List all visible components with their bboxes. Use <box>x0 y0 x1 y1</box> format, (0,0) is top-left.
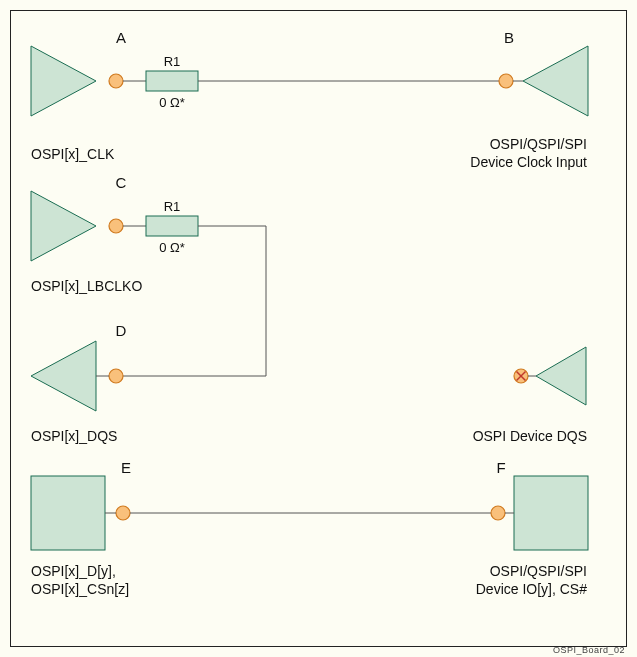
block-host-io <box>31 476 105 550</box>
node-b-label: B <box>504 29 514 46</box>
pin-e <box>116 506 130 520</box>
label-devclk-2: Device Clock Input <box>470 154 587 170</box>
label-devclk-1: OSPI/QSPI/SPI <box>490 136 587 152</box>
buffer-dqs-in <box>31 341 96 411</box>
label-lbclko: OSPI[x]_LBCLKO <box>31 278 142 294</box>
node-f-label: F <box>496 459 505 476</box>
label-clk: OSPI[x]_CLK <box>31 146 115 162</box>
resistor-r1-top <box>146 71 198 91</box>
label-dqs: OSPI[x]_DQS <box>31 428 117 444</box>
node-a-label: A <box>116 29 126 46</box>
block-device-io <box>514 476 588 550</box>
buffer-clk-out <box>31 46 96 116</box>
pin-d <box>109 369 123 383</box>
pin-c <box>109 219 123 233</box>
diagram-footer: OSPI_Board_02 <box>553 645 625 655</box>
node-e-label: E <box>121 459 131 476</box>
buffer-clk-in <box>523 46 588 116</box>
diagram-canvas: A R1 0 Ω* B OSPI[x]_CLK OSPI/QSPI/SPI De… <box>0 0 637 657</box>
node-d-label: D <box>116 322 127 339</box>
r1-mid-label: R1 <box>164 199 181 214</box>
node-c-label: C <box>116 174 127 191</box>
pin-a <box>109 74 123 88</box>
label-io-2: Device IO[y], CS# <box>476 581 587 597</box>
diagram-frame: A R1 0 Ω* B OSPI[x]_CLK OSPI/QSPI/SPI De… <box>10 10 627 647</box>
schematic-svg: A R1 0 Ω* B OSPI[x]_CLK OSPI/QSPI/SPI De… <box>11 11 626 646</box>
r1-mid-value: 0 Ω* <box>159 240 185 255</box>
label-io-1: OSPI/QSPI/SPI <box>490 563 587 579</box>
buffer-lbclko-out <box>31 191 96 261</box>
buffer-device-dqs <box>536 347 586 405</box>
pin-b <box>499 74 513 88</box>
pin-device-dqs-nc <box>514 369 528 383</box>
label-device-dqs: OSPI Device DQS <box>473 428 587 444</box>
r1-top-value: 0 Ω* <box>159 95 185 110</box>
r1-top-label: R1 <box>164 54 181 69</box>
pin-f <box>491 506 505 520</box>
label-dy-2: OSPI[x]_CSn[z] <box>31 581 129 597</box>
label-dy-1: OSPI[x]_D[y], <box>31 563 116 579</box>
resistor-r1-mid <box>146 216 198 236</box>
